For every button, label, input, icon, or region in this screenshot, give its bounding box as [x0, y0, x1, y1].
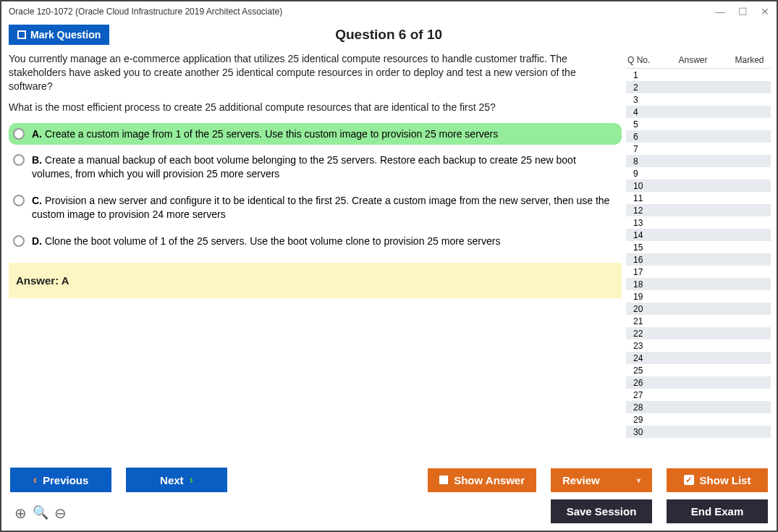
question-list-row[interactable]: 7	[626, 143, 771, 155]
question-list-row[interactable]: 15	[626, 241, 771, 253]
option-label: B. Create a manual backup of each boot v…	[32, 153, 617, 181]
question-list-row[interactable]: 23	[626, 339, 771, 352]
question-list-row[interactable]: 20	[626, 303, 771, 315]
radio-icon[interactable]	[13, 195, 25, 206]
question-list-header: Q No. Answer Marked	[626, 52, 771, 68]
question-list-row[interactable]: 30	[626, 426, 771, 438]
question-list-row[interactable]: 29	[626, 413, 771, 426]
question-list-row[interactable]: 14	[626, 229, 771, 241]
question-number: 25	[627, 366, 656, 376]
answer-reveal: Answer: A	[9, 263, 622, 298]
question-list-row[interactable]: 28	[626, 401, 771, 413]
end-exam-button[interactable]: End Exam	[667, 499, 768, 523]
question-number: 20	[627, 304, 656, 314]
square-icon	[439, 476, 448, 484]
radio-icon[interactable]	[13, 128, 25, 140]
question-number: 11	[627, 193, 656, 203]
question-list-row[interactable]: 17	[626, 266, 771, 278]
show-answer-label: Show Answer	[454, 474, 525, 486]
question-list-row[interactable]: 9	[626, 167, 771, 180]
mark-question-label: Mark Question	[30, 29, 101, 41]
question-list-row[interactable]: 27	[626, 389, 771, 401]
chevron-left-icon: ‹	[33, 473, 37, 486]
option-d[interactable]: D. Clone the boot volume of 1 of the 25 …	[9, 230, 622, 253]
question-list-row[interactable]: 25	[626, 364, 771, 376]
option-label: A. Create a custom image from 1 of the 2…	[32, 127, 498, 141]
header-row: Mark Question Question 6 of 10	[1, 22, 777, 52]
question-number: 3	[627, 95, 656, 105]
question-list-row[interactable]: 21	[626, 315, 771, 327]
question-list-row[interactable]: 16	[626, 253, 771, 266]
show-list-button[interactable]: ✓ Show List	[667, 468, 768, 492]
question-number: 29	[627, 415, 656, 425]
option-label: D. Clone the boot volume of 1 of the 25 …	[32, 235, 500, 248]
question-number: 7	[627, 144, 656, 154]
question-number: 14	[627, 230, 656, 240]
mark-question-button[interactable]: Mark Question	[9, 25, 109, 45]
show-list-label: Show List	[700, 474, 751, 486]
zoom-out-icon[interactable]: ⊖	[54, 504, 67, 522]
footer: ‹ Previous Next › Show Answer Review ▾ ✓…	[1, 460, 777, 531]
radio-icon[interactable]	[13, 154, 25, 166]
question-number: 9	[627, 169, 656, 179]
question-number: 4	[627, 107, 656, 117]
question-number: 15	[627, 242, 656, 253]
save-session-button[interactable]: Save Session	[551, 499, 652, 523]
question-number: 16	[627, 255, 656, 265]
question-list-row[interactable]: 22	[626, 327, 771, 339]
header-answer: Answer	[656, 55, 730, 65]
question-list-row[interactable]: 6	[626, 130, 771, 143]
close-icon[interactable]: ✕	[761, 6, 769, 17]
body: You currently manage an e-commerce appli…	[1, 52, 777, 460]
next-button[interactable]: Next ›	[126, 468, 227, 492]
option-b[interactable]: B. Create a manual backup of each boot v…	[9, 149, 622, 185]
review-label: Review	[562, 474, 600, 486]
question-list-row[interactable]: 11	[626, 192, 771, 204]
question-list[interactable]: 1234567891011121314151617181920212223242…	[626, 68, 771, 460]
question-list-row[interactable]: 5	[626, 118, 771, 130]
question-list-row[interactable]: 24	[626, 352, 771, 364]
zoom-controls: ⊕ 🔍 ⊖	[6, 499, 75, 526]
question-number: 6	[627, 132, 656, 142]
question-list-row[interactable]: 12	[626, 204, 771, 216]
titlebar: Oracle 1z0-1072 (Oracle Cloud Infrastruc…	[1, 1, 777, 22]
previous-button[interactable]: ‹ Previous	[10, 468, 111, 492]
question-number: 26	[627, 378, 656, 388]
maximize-icon[interactable]: ☐	[738, 6, 748, 17]
question-list-row[interactable]: 10	[626, 180, 771, 192]
question-number: 8	[627, 156, 656, 166]
minimize-icon[interactable]: —	[715, 6, 725, 17]
question-number: 19	[627, 292, 656, 302]
checkbox-icon	[17, 30, 26, 39]
show-answer-button[interactable]: Show Answer	[428, 468, 536, 492]
question-list-row[interactable]: 26	[626, 376, 771, 389]
question-list-panel: Q No. Answer Marked 12345678910111213141…	[626, 52, 771, 460]
radio-icon[interactable]	[13, 235, 25, 247]
question-list-row[interactable]: 19	[626, 290, 771, 303]
review-button[interactable]: Review ▾	[551, 468, 652, 492]
end-exam-label: End Exam	[691, 505, 744, 518]
options-list: A. Create a custom image from 1 of the 2…	[9, 123, 622, 253]
question-number: 21	[627, 316, 656, 326]
question-list-row[interactable]: 13	[626, 216, 771, 229]
question-number: 27	[627, 390, 656, 400]
question-list-row[interactable]: 2	[626, 81, 771, 93]
question-list-row[interactable]: 3	[626, 93, 771, 106]
question-text-2: What is the most efficient process to cr…	[9, 101, 622, 114]
option-a[interactable]: A. Create a custom image from 1 of the 2…	[9, 123, 622, 145]
option-c[interactable]: C. Provision a new server and configure …	[9, 190, 622, 226]
chevron-right-icon: ›	[190, 473, 193, 486]
zoom-in-icon[interactable]: 🔍	[33, 504, 48, 522]
question-number: 10	[627, 181, 656, 191]
next-label: Next	[160, 474, 184, 486]
question-number: 30	[627, 427, 656, 437]
header-marked: Marked	[730, 55, 769, 65]
question-number: 17	[627, 267, 656, 277]
option-label: C. Provision a new server and configure …	[32, 194, 617, 221]
zoom-reset-icon[interactable]: ⊕	[14, 504, 27, 522]
question-list-row[interactable]: 8	[626, 155, 771, 167]
question-list-row[interactable]: 1	[626, 69, 771, 81]
question-number: 12	[627, 206, 656, 216]
question-list-row[interactable]: 18	[626, 278, 771, 290]
question-list-row[interactable]: 4	[626, 106, 771, 118]
